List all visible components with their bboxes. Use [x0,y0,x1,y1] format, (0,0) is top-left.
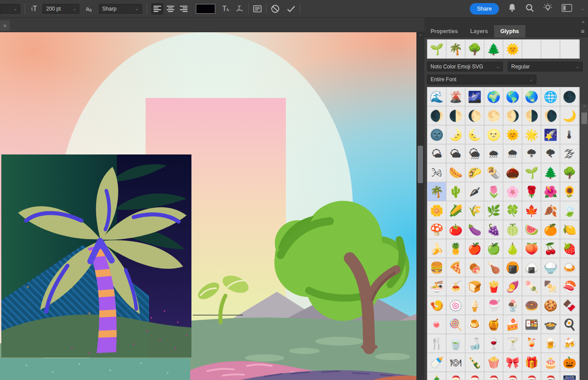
glyph-cell[interactable]: 🌨 [503,144,522,163]
glyph-cell[interactable]: 🍄 [427,220,446,239]
glyph-cell[interactable]: 🌧 [484,144,503,163]
glyph-range-dropdown[interactable]: Entire Font ⌄ [427,75,536,84]
glyph-cell[interactable]: 🍇 [484,220,503,239]
glyph-cell[interactable]: 🍵 [446,334,465,353]
glyph-cell[interactable]: 🍚 [541,258,560,277]
glyph-cell[interactable]: 🍹 [522,334,541,353]
align-center-button[interactable] [165,3,176,15]
glyph-cell[interactable]: 🍀 [503,201,522,220]
glyph-cell[interactable]: 🍌 [427,239,446,258]
panel-menu-icon[interactable]: ≡ [581,25,584,38]
glyph-cell[interactable]: 🎅 [446,372,465,380]
glyph-cell[interactable]: 🍆 [465,220,484,239]
glyph-cell[interactable]: 🌛 [446,125,465,144]
recent-glyph-cell[interactable]: 🌳 [465,40,484,59]
tab-layers[interactable]: Layers [464,25,494,38]
glyph-cell[interactable]: 🌩 [522,144,541,163]
glyph-cell[interactable]: 🍲 [541,315,560,334]
glyph-cell[interactable]: 🍈 [503,220,522,239]
glyph-cell[interactable]: 🍢 [541,277,560,296]
glyph-cell[interactable]: 🌺 [541,182,560,201]
tab-glyphs[interactable]: Glyphs [494,25,525,38]
glyph-cell[interactable]: 🌽 [446,201,465,220]
glyph-cell[interactable]: 🌯 [484,163,503,182]
glyph-cell[interactable]: 🍭 [446,315,465,334]
glyph-cell[interactable]: 🌏 [522,87,541,106]
glyph-cell[interactable]: 🌑 [560,87,579,106]
glyph-cell[interactable]: 🌹 [522,182,541,201]
glyph-cell[interactable]: 🎅🏻 [465,372,484,380]
glyph-cell[interactable]: 🌊 [427,87,446,106]
collapse-panel-icon[interactable]: » [582,19,584,24]
glyph-cell[interactable]: 🍅 [446,220,465,239]
glyph-cell[interactable]: 🍷 [484,334,503,353]
glyph-font-family-dropdown[interactable]: Noto Color Emoji SVG ⌄ [427,62,503,71]
glyph-cell[interactable]: 🍪 [541,296,560,315]
glyph-cell[interactable]: 🌿 [484,201,503,220]
glyph-cell[interactable]: 🌳 [560,163,579,182]
glyph-cell[interactable]: 🍋 [560,220,579,239]
glyph-cell[interactable]: 🍯 [484,315,503,334]
glyph-cell[interactable]: 🍣 [560,277,579,296]
glyph-cell[interactable]: 🌟 [522,125,541,144]
glyph-cell[interactable]: 🍳 [560,315,579,334]
canvas-scrollbar-thumb[interactable] [418,146,423,183]
glyph-cell[interactable]: 🌞 [503,125,522,144]
commit-button[interactable] [287,3,296,15]
glyph-cell[interactable]: 🍁 [522,201,541,220]
glyph-cell[interactable]: 🌓 [446,106,465,125]
antialias-dropdown[interactable]: Sharp ⌄ [99,4,142,14]
glyph-cell[interactable]: 🌾 [465,201,484,220]
glyph-cell[interactable]: 🌐 [541,87,560,106]
align-left-button[interactable] [151,3,163,15]
glyph-cell[interactable]: 🍡 [522,277,541,296]
glyph-cell[interactable]: 🎁 [522,353,541,372]
glyph-grid-scrollbar[interactable]: ⌃ [581,104,588,380]
canvas-scrollbar[interactable]: ⌃ [416,32,424,380]
glyph-cell[interactable]: 🎆 [560,372,579,380]
glyph-cell[interactable]: 🌶 [465,182,484,201]
recent-glyph-cell[interactable]: 🌞 [503,40,522,59]
glyph-cell[interactable]: 🍉 [522,220,541,239]
glyph-cell[interactable]: 🌘 [541,106,560,125]
glyph-cell[interactable]: 🍘 [503,258,522,277]
glyph-cell[interactable]: 🌌 [465,87,484,106]
glyph-cell[interactable]: 🌫 [560,144,579,163]
glyph-cell[interactable]: 🍾 [465,353,484,372]
glyph-cell[interactable]: 🌒 [427,106,446,125]
glyph-cell[interactable]: 🍥 [446,296,465,315]
canvas[interactable] [0,32,416,380]
glyph-cell[interactable]: 🎃 [560,353,579,372]
text-on-path-icon[interactable]: T [235,3,244,15]
glyph-cell[interactable]: 🍊 [541,220,560,239]
glyph-cell[interactable]: 🍩 [522,296,541,315]
glyph-cell[interactable]: 🌖 [503,106,522,125]
glyph-cell[interactable]: 🍻 [560,334,579,353]
tab-properties[interactable]: Properties [424,25,464,38]
glyph-cell[interactable]: 🍗 [484,258,503,277]
glyph-cell[interactable]: 🌮 [465,163,484,182]
glyph-cell[interactable]: 🍎 [465,239,484,258]
glyph-cell[interactable]: 🌗 [522,106,541,125]
glyph-cell[interactable]: 🌱 [522,163,541,182]
glyph-font-style-dropdown[interactable]: Regular ⌄ [508,62,583,71]
glyph-cell[interactable]: 🍖 [465,258,484,277]
char-paragraph-panel-icon[interactable] [253,3,262,15]
notifications-bell-icon[interactable] [508,3,517,14]
glyph-cell[interactable]: 🍛 [560,258,579,277]
glyph-cell[interactable]: 🍞 [465,277,484,296]
cancel-button[interactable] [271,3,280,15]
warp-text-icon[interactable]: Tϟ [222,3,229,15]
glyph-cell[interactable]: 🌼 [427,201,446,220]
align-right-button[interactable] [178,3,190,15]
glyph-cell[interactable]: 🍠 [503,277,522,296]
glyph-cell[interactable]: 🎂 [541,353,560,372]
glyph-cell[interactable]: 🌙 [560,106,579,125]
glyph-cell[interactable]: 🍧 [484,296,503,315]
glyph-cell[interactable]: 🌕 [484,106,503,125]
glyph-cell[interactable]: 🌡 [560,125,579,144]
glyph-cell[interactable]: 🎄 [427,372,446,380]
glyph-cell[interactable]: 🍜 [427,277,446,296]
glyph-cell[interactable]: 🌰 [503,163,522,182]
glyph-cell[interactable]: 🌠 [541,125,560,144]
